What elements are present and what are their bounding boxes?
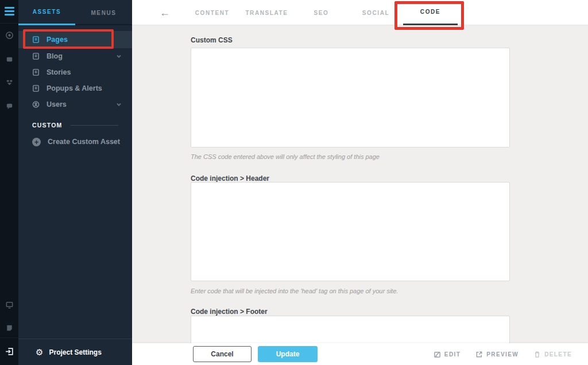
- page-icon: [32, 36, 40, 44]
- exit-icon[interactable]: [0, 345, 18, 358]
- page-icon: [32, 84, 40, 92]
- tab-social[interactable]: SOCIAL: [349, 0, 403, 25]
- back-button[interactable]: ←: [156, 5, 173, 21]
- preview-label: PREVIEW: [486, 351, 519, 358]
- sidebar-item-pages[interactable]: Pages: [18, 31, 132, 48]
- gem-icon[interactable]: [0, 29, 18, 41]
- create-custom-asset-label: Create Custom Asset: [48, 138, 120, 146]
- page-icon: [32, 52, 40, 60]
- preview-icon: [475, 351, 483, 358]
- main-tab-bar: CONTENT TRANSLATE SEO SOCIAL CODE: [185, 0, 458, 25]
- user-icon: [32, 100, 40, 108]
- main-header: ← CONTENT TRANSLATE SEO SOCIAL CODE: [132, 0, 588, 25]
- page-icon: [32, 68, 40, 76]
- custom-section-header: CUSTOM: [32, 121, 132, 130]
- edit-button[interactable]: EDIT: [434, 351, 461, 358]
- tab-code[interactable]: CODE: [403, 0, 458, 25]
- edit-label: EDIT: [444, 351, 461, 358]
- sidebar-item-label: Popups & Alerts: [47, 84, 102, 92]
- plus-circle-icon: +: [32, 138, 41, 146]
- code-injection-header-textarea[interactable]: [191, 182, 510, 281]
- heart-icon[interactable]: [0, 76, 18, 88]
- sidebar-item-label: Users: [47, 100, 67, 108]
- gear-icon: ⚙: [36, 348, 43, 356]
- delete-label: DELETE: [544, 351, 572, 358]
- sidebar-item-popups-alerts[interactable]: Popups & Alerts: [18, 80, 132, 96]
- delete-button[interactable]: DELETE: [533, 351, 572, 358]
- sidebar-item-label: Blog: [47, 52, 63, 60]
- project-settings-button[interactable]: ⚙ Project Settings: [18, 339, 132, 365]
- update-button[interactable]: Update: [258, 346, 318, 362]
- trash-icon: [533, 351, 541, 358]
- cancel-button[interactable]: Cancel: [193, 346, 252, 362]
- tab-translate[interactable]: TRANSLATE: [239, 0, 294, 25]
- code-settings-panel: Custom CSS The CSS code entered above wi…: [132, 25, 588, 365]
- sidebar-item-blog[interactable]: Blog: [18, 48, 132, 64]
- box-icon[interactable]: [0, 53, 18, 65]
- edit-icon: [434, 351, 441, 358]
- code-injection-header-label: Code injection > Header: [191, 174, 269, 182]
- sidebar-item-label: Stories: [47, 68, 71, 76]
- sidebar: ASSETS MENUS Pages Blog Stories: [18, 0, 132, 365]
- bottom-bar-right-actions: EDIT PREVIEW DELETE: [434, 351, 572, 358]
- sidebar-nav: Pages Blog Stories Popups & Alerts: [18, 25, 132, 112]
- preview-button[interactable]: PREVIEW: [475, 351, 519, 358]
- icon-rail: [0, 0, 18, 365]
- back-arrow-icon: ←: [160, 7, 170, 19]
- tab-assets[interactable]: ASSETS: [18, 0, 75, 25]
- bottom-action-bar: Cancel Update EDIT PREVIEW DELETE: [132, 343, 588, 365]
- tab-menus[interactable]: MENUS: [75, 0, 132, 25]
- chevron-down-icon: [116, 102, 122, 107]
- custom-css-label: Custom CSS: [191, 36, 233, 44]
- custom-section-divider: [71, 125, 118, 126]
- main-area: ← CONTENT TRANSLATE SEO SOCIAL CODE Cust…: [132, 0, 588, 365]
- custom-css-helper-text: The CSS code entered above will only aff…: [191, 153, 380, 160]
- project-settings-label: Project Settings: [49, 348, 101, 356]
- hamburger-menu-icon[interactable]: [0, 5, 18, 17]
- tab-content[interactable]: CONTENT: [185, 0, 239, 25]
- code-injection-header-helper-text: Enter code that will be injected into th…: [191, 288, 398, 294]
- sidebar-tab-bar: ASSETS MENUS: [18, 0, 132, 25]
- notes-icon[interactable]: [0, 321, 18, 334]
- rail-divider-bottom: [0, 337, 18, 338]
- chevron-down-icon: [116, 53, 122, 59]
- tab-seo[interactable]: SEO: [294, 0, 349, 25]
- code-injection-footer-label: Code injection > Footer: [191, 308, 268, 316]
- rail-divider: [0, 23, 18, 24]
- sidebar-item-users[interactable]: Users: [18, 96, 132, 112]
- custom-section-label: CUSTOM: [32, 122, 63, 129]
- sidebar-item-stories[interactable]: Stories: [18, 64, 132, 80]
- create-custom-asset-button[interactable]: + Create Custom Asset: [18, 133, 132, 150]
- chat-icon[interactable]: [0, 100, 18, 112]
- custom-css-textarea[interactable]: [191, 48, 510, 147]
- sidebar-item-label: Pages: [47, 36, 68, 44]
- monitor-icon[interactable]: [0, 298, 18, 311]
